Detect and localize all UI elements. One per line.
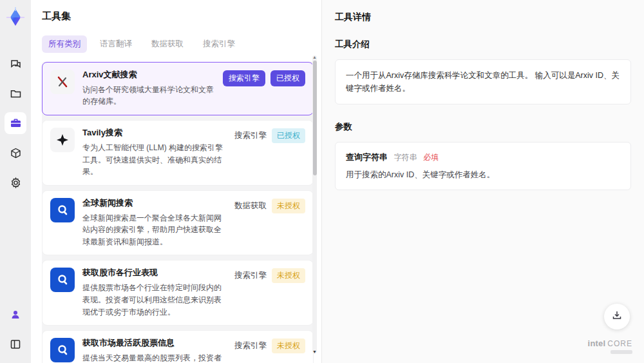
intel-logo-subline (611, 350, 632, 354)
tool-name: Tavily搜索 (82, 128, 231, 139)
intro-heading: 工具介绍 (335, 39, 631, 50)
sidebar-item-chat[interactable] (5, 53, 26, 75)
parameter-header: 查询字符串 字符串 必填 (346, 152, 620, 163)
tavily-spark-icon (50, 128, 75, 152)
tab-label: 数据获取 (151, 39, 184, 48)
briefcase-icon (10, 117, 22, 130)
cube-icon (10, 147, 22, 159)
search-logo-icon (50, 198, 75, 222)
tool-description: 提供股票市场各个行业在特定时间段内的表现。投资者可以利用这些信息来识别表现优于或… (82, 282, 231, 318)
tool-name: 获取股市各行业表现 (82, 268, 231, 279)
chat-icon (10, 58, 22, 70)
sidebar-item-account[interactable] (5, 304, 26, 326)
core-logo-text: CORE (607, 340, 632, 348)
download-icon (611, 309, 623, 324)
parameter-box: 查询字符串 字符串 必填 用于搜索的Arxiv ID、关键字或作者姓名。 (335, 142, 631, 190)
tool-card[interactable]: 全球新闻搜索 全球新闻搜索是一个聚合全球各大新闻网站内容的搜索引擎，帮助用户快速… (42, 190, 314, 256)
tool-auth-badge: 未授权 (272, 199, 305, 213)
tool-card[interactable]: 获取市场最活跃股票信息 提供当天交易量最高的股票列表，投资者可以利用这些信息来识… (42, 330, 314, 363)
tool-name: 全球新闻搜索 (82, 198, 231, 209)
tool-description: 专为人工智能代理 (LLM) 构建的搜索引擎工具。可快速提供实时、准确和真实的结… (82, 142, 231, 178)
tool-tags: 搜索引擎已授权 (223, 70, 305, 86)
tool-category-tag: 搜索引擎 (234, 130, 267, 141)
tool-tags: 搜索引擎未授权 (234, 268, 305, 283)
tool-details-panel: 工具详情 工具介绍 一个用于从Arxiv存储库搜索科学论文和文章的工具。 输入可… (322, 0, 644, 363)
tool-category-tag[interactable]: 搜索引擎 (223, 70, 265, 86)
tool-auth-badge[interactable]: 已授权 (270, 70, 305, 86)
details-title: 工具详情 (335, 12, 631, 23)
tool-category-tag: 搜索引擎 (234, 270, 267, 281)
tool-tags: 数据获取未授权 (234, 199, 305, 213)
parameter-type: 字符串 (394, 153, 417, 162)
tool-card[interactable]: Tavily搜索 专为人工智能代理 (LLM) 构建的搜索引擎工具。可快速提供实… (42, 120, 314, 186)
params-heading: 参数 (335, 121, 631, 133)
gear-icon (10, 177, 22, 189)
tool-name: 获取市场最活跃股票信息 (82, 338, 231, 349)
tool-auth-badge: 已授权 (272, 128, 305, 143)
user-avatar-icon (10, 309, 21, 320)
page-title: 工具集 (42, 10, 321, 23)
tool-tags: 搜索引擎未授权 (234, 338, 305, 353)
parameter-name: 查询字符串 (346, 152, 388, 162)
category-tabs: 所有类别 语言翻译 数据获取 搜索引擎 (42, 35, 321, 53)
scrollbar-thumb[interactable] (313, 61, 317, 175)
parameter-required-badge: 必填 (423, 153, 439, 162)
sidebar-collapse-button[interactable] (5, 333, 26, 355)
list-scrollbar[interactable]: ▲ ▼ (312, 55, 317, 353)
tool-card[interactable]: 获取股市各行业表现 提供股票市场各个行业在特定时间段内的表现。投资者可以利用这些… (42, 260, 314, 326)
sidebar-item-settings[interactable] (5, 172, 26, 193)
category-tab-3[interactable]: 搜索引擎 (196, 35, 242, 53)
panel-layout-icon (10, 338, 21, 350)
parameter-description: 用于搜索的Arxiv ID、关键字或作者姓名。 (346, 170, 620, 181)
scroll-up-arrow-icon[interactable]: ▲ (312, 55, 317, 59)
search-logo-icon (50, 268, 75, 292)
search-logo-icon (50, 338, 75, 362)
left-icon-rail (0, 0, 31, 363)
tool-tags: 搜索引擎已授权 (234, 128, 305, 143)
app-window: 工具集 所有类别 语言翻译 数据获取 搜索引擎 Arxiv文献搜索 访问各个研究… (0, 0, 644, 363)
tool-description: 全球新闻搜索是一个聚合全球各大新闻网站内容的搜索引擎，帮助用户快速获取全球最新资… (82, 212, 231, 248)
category-tab-1[interactable]: 语言翻译 (93, 35, 138, 53)
tool-description: 提供当天交易量最高的股票列表，投资者可以利用这些信息来识别流动性强的股票和潜在的… (82, 352, 231, 363)
tool-description: 访问各个研究领域大量科学论文和文章的存储库。 (82, 84, 219, 108)
tool-category-tag: 搜索引擎 (234, 340, 267, 351)
sidebar-item-files[interactable] (5, 83, 26, 104)
tab-label: 所有类别 (48, 39, 80, 48)
sidebar-item-packages[interactable] (5, 142, 26, 164)
tool-card[interactable]: Arxiv文献搜索 访问各个研究领域大量科学论文和文章的存储库。 搜索引擎已授权 (42, 62, 314, 115)
intel-core-logo: intel CORE (588, 339, 632, 354)
intro-box: 一个用于从Arxiv存储库搜索科学论文和文章的工具。 输入可以是Arxiv ID… (335, 59, 631, 104)
intro-text: 一个用于从Arxiv存储库搜索科学论文和文章的工具。 输入可以是Arxiv ID… (346, 69, 620, 95)
tab-label: 语言翻译 (100, 39, 132, 48)
category-tab-2[interactable]: 数据获取 (145, 35, 190, 53)
tool-list-panel: 工具集 所有类别 语言翻译 数据获取 搜索引擎 Arxiv文献搜索 访问各个研究… (31, 0, 322, 363)
download-button[interactable] (604, 304, 630, 329)
category-tab-0[interactable]: 所有类别 (42, 35, 87, 53)
sidebar-item-toolset[interactable] (5, 112, 26, 134)
folder-icon (10, 88, 22, 100)
app-logo-icon (5, 6, 26, 28)
tab-label: 搜索引擎 (203, 39, 235, 48)
intel-logo-text: intel (588, 339, 606, 348)
tool-category-tag: 数据获取 (234, 201, 267, 211)
arxiv-logo-icon (50, 70, 75, 94)
scroll-down-arrow-icon[interactable]: ▼ (312, 349, 317, 354)
tool-auth-badge: 未授权 (272, 338, 305, 353)
tool-auth-badge: 未授权 (272, 268, 305, 283)
tool-list: Arxiv文献搜索 访问各个研究领域大量科学论文和文章的存储库。 搜索引擎已授权… (42, 62, 314, 363)
tool-name: Arxiv文献搜索 (82, 70, 219, 81)
